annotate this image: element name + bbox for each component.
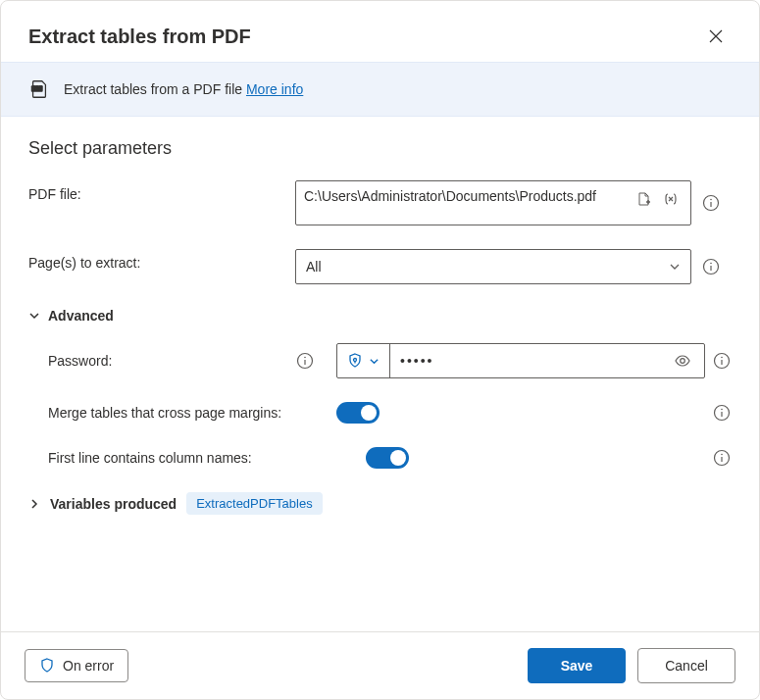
- pages-label: Page(s) to extract:: [28, 249, 295, 271]
- merge-toggle[interactable]: [336, 402, 380, 424]
- info-icon: [702, 194, 720, 212]
- svg-point-5: [710, 263, 712, 265]
- variables-expander[interactable]: Variables produced ExtractedPDFTables: [28, 492, 732, 515]
- info-icon: [702, 258, 720, 275]
- dialog-header: Extract tables from PDF: [1, 1, 759, 62]
- variable-picker-button[interactable]: [659, 187, 683, 211]
- pages-row: Page(s) to extract: All: [28, 249, 732, 284]
- pages-select[interactable]: All: [295, 249, 691, 284]
- dialog-title: Extract tables from PDF: [28, 25, 251, 48]
- chevron-right-icon: [28, 498, 40, 510]
- advanced-section: Password: •••••: [28, 343, 732, 469]
- shield-icon: [39, 658, 55, 674]
- svg-point-11: [721, 357, 723, 359]
- merge-row: Merge tables that cross page margins:: [48, 402, 732, 424]
- first-line-row: First line contains column names:: [48, 447, 732, 469]
- cancel-button[interactable]: Cancel: [637, 648, 735, 683]
- first-line-label: First line contains column names:: [48, 450, 336, 466]
- reveal-password-button[interactable]: [671, 349, 694, 373]
- info-banner: PDF Extract tables from a PDF file More …: [1, 62, 759, 117]
- variable-icon: [663, 191, 679, 207]
- pages-info-button[interactable]: [701, 257, 721, 276]
- pdf-file-row: PDF file: C:\Users\Administrator\Documen…: [28, 180, 732, 225]
- pdf-file-value: C:\Users\Administrator\Documents\Product…: [304, 187, 632, 207]
- password-value: •••••: [400, 353, 671, 369]
- password-input[interactable]: •••••: [390, 344, 704, 377]
- svg-point-7: [304, 357, 306, 359]
- svg-point-9: [681, 359, 685, 364]
- pdf-file-input[interactable]: C:\Users\Administrator\Documents\Product…: [295, 180, 691, 225]
- on-error-label: On error: [63, 658, 114, 674]
- svg-text:PDF: PDF: [33, 86, 42, 91]
- password-label-info-button[interactable]: [295, 351, 315, 371]
- pdf-file-label: PDF file:: [28, 180, 295, 202]
- password-mode-button[interactable]: [337, 344, 390, 377]
- variable-chip[interactable]: ExtractedPDFTables: [186, 492, 323, 515]
- save-button[interactable]: Save: [528, 648, 626, 683]
- banner-text: Extract tables from a PDF file More info: [64, 81, 303, 97]
- chevron-down-icon: [28, 310, 40, 322]
- svg-point-15: [721, 454, 723, 456]
- info-icon: [713, 449, 731, 467]
- password-field: •••••: [336, 343, 705, 378]
- chevron-down-icon: [369, 356, 380, 367]
- on-error-button[interactable]: On error: [25, 649, 128, 682]
- merge-info-button[interactable]: [712, 403, 732, 423]
- svg-point-8: [354, 359, 357, 362]
- dialog-footer: On error Save Cancel: [1, 631, 759, 699]
- advanced-expander[interactable]: Advanced: [28, 308, 732, 324]
- pages-value: All: [306, 259, 322, 275]
- section-title: Select parameters: [28, 138, 732, 159]
- shield-lock-icon: [347, 353, 363, 369]
- svg-point-3: [710, 199, 712, 201]
- password-label: Password:: [48, 353, 295, 369]
- variables-label: Variables produced: [50, 496, 177, 512]
- more-info-link[interactable]: More info: [246, 81, 303, 97]
- merge-label: Merge tables that cross page margins:: [48, 405, 336, 421]
- pdf-file-info-button[interactable]: [701, 193, 721, 213]
- pdf-icon: PDF: [28, 78, 50, 100]
- advanced-label: Advanced: [48, 308, 114, 324]
- first-line-info-button[interactable]: [712, 448, 732, 468]
- password-row: Password: •••••: [48, 343, 732, 378]
- dialog-body: Select parameters PDF file: C:\Users\Adm…: [1, 117, 759, 631]
- file-picker-button[interactable]: [632, 187, 655, 211]
- file-picker-icon: [635, 191, 651, 207]
- info-icon: [713, 352, 731, 370]
- password-info-button[interactable]: [712, 351, 732, 371]
- close-icon: [709, 29, 723, 43]
- svg-point-13: [721, 409, 723, 411]
- info-icon: [713, 404, 731, 422]
- first-line-toggle[interactable]: [366, 447, 409, 469]
- close-button[interactable]: [700, 21, 732, 52]
- info-icon: [296, 352, 314, 370]
- eye-icon: [674, 352, 691, 370]
- dialog: Extract tables from PDF PDF Extract tabl…: [0, 0, 760, 700]
- chevron-down-icon: [669, 261, 681, 273]
